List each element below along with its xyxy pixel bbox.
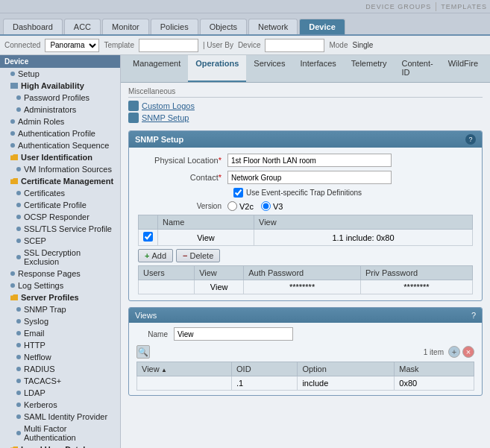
sub-tab-operations[interactable]: Operations: [188, 55, 246, 82]
sub-tab-services[interactable]: Services: [246, 55, 292, 82]
sidebar-item-auth-profile[interactable]: Authentication Profile: [0, 127, 120, 139]
tab-dashboard[interactable]: Dashboard: [3, 19, 63, 34]
dot-icon: [10, 283, 15, 288]
folder-icon: [10, 294, 18, 300]
sidebar-item-http[interactable]: HTTP: [0, 339, 120, 351]
dot-icon: [16, 319, 21, 324]
sidebar-item-scep[interactable]: SCEP: [0, 235, 120, 247]
views-help-icon[interactable]: ?: [471, 311, 476, 320]
sidebar-item-log-settings[interactable]: Log Settings: [0, 280, 120, 291]
sidebar-item-local-user-db[interactable]: Local User Database: [0, 444, 120, 448]
sidebar-item-ssl-decryption[interactable]: SSL Decryption Exclusion: [0, 247, 120, 268]
snmp-setup-link[interactable]: SNMP Setup: [128, 113, 483, 123]
sidebar-item-kerberos[interactable]: Kerberos: [0, 399, 120, 411]
table-row: .1 include 0x80: [137, 376, 474, 391]
sub-tab-management[interactable]: Management: [125, 55, 188, 82]
mode-label: Mode: [329, 41, 348, 49]
add-button[interactable]: + Add: [138, 249, 173, 262]
views-delete-button[interactable]: ×: [462, 346, 474, 358]
version-v2c-radio[interactable]: [227, 201, 237, 211]
sidebar-item-label: SCEP: [24, 236, 46, 245]
sub-tab-interfaces[interactable]: Interfaces: [292, 55, 343, 82]
sidebar-item-certificate-management[interactable]: Certificate Management: [0, 175, 120, 187]
device-input[interactable]: [265, 39, 324, 52]
sidebar-item-setup[interactable]: Setup: [0, 68, 120, 80]
sidebar-item-vm-info-sources[interactable]: VM Information Sources: [0, 163, 120, 175]
sidebar-item-syslog[interactable]: Syslog: [0, 315, 120, 327]
sidebar-item-ldap[interactable]: LDAP: [0, 387, 120, 399]
sidebar-item-label: Email: [24, 329, 45, 338]
sub-tab-telemetry[interactable]: Telemetry: [344, 55, 395, 82]
sidebar-item-high-availability[interactable]: High Availability: [0, 80, 120, 92]
version-v3-radio[interactable]: [261, 201, 271, 211]
sub-tab-session[interactable]: Session: [486, 55, 490, 82]
sidebar-item-label: Setup: [18, 69, 40, 78]
th-priv-password: Priv Password: [360, 266, 472, 280]
dot-icon: [16, 255, 21, 259]
mode-value: Single: [352, 41, 373, 49]
sidebar-item-radius[interactable]: RADIUS: [0, 363, 120, 375]
sidebar-item-label: SSL/TLS Service Profile: [24, 224, 112, 233]
dot-icon: [16, 355, 21, 359]
templates-label: TEMPLATES: [441, 3, 487, 10]
sidebar-item-ssl-tls[interactable]: SSL/TLS Service Profile: [0, 223, 120, 235]
delete-button[interactable]: − Delete: [176, 249, 220, 262]
folder-icon: [10, 154, 18, 160]
sidebar-item-certificate-profile[interactable]: Certificate Profile: [0, 199, 120, 211]
table-row: View 1.1 include: 0x80: [139, 230, 473, 246]
nav-tabs: Dashboard ACC Monitor Policies Objects N…: [0, 13, 490, 36]
misc-section: Miscellaneous Custom Logos SNMP Setup: [121, 83, 490, 127]
tab-acc[interactable]: ACC: [64, 19, 101, 34]
use-event-checkbox[interactable]: [233, 188, 243, 198]
sidebar-item-snmp-trap[interactable]: SNMP Trap: [0, 303, 120, 315]
views-add-button[interactable]: +: [448, 346, 460, 358]
snmp-help-icon[interactable]: ?: [465, 134, 476, 145]
template-input[interactable]: [139, 39, 198, 52]
dot-icon: [16, 107, 21, 112]
version-v3-label[interactable]: V3: [261, 201, 283, 211]
sidebar-item-certificates[interactable]: Certificates: [0, 187, 120, 199]
sidebar-item-password-profiles[interactable]: Password Profiles: [0, 92, 120, 104]
user-by-label: | User By: [203, 41, 233, 49]
sidebar-item-ocsp-responder[interactable]: OCSP Responder: [0, 211, 120, 223]
version-v2c-label[interactable]: V2c: [227, 201, 254, 211]
sub-tab-wildfire[interactable]: WildFire: [441, 55, 486, 82]
physical-location-input[interactable]: [227, 154, 392, 167]
views-toolbar-right: + ×: [448, 346, 474, 358]
sidebar-item-administrators[interactable]: Administrators: [0, 104, 120, 116]
sidebar-item-mfa[interactable]: Multi Factor Authentication: [0, 423, 120, 444]
row-checkbox[interactable]: [143, 232, 153, 242]
device-groups-section: DEVICE GROUPS: [365, 3, 431, 10]
contact-input[interactable]: [227, 171, 392, 184]
dot-icon: [16, 431, 21, 435]
search-button[interactable]: 🔍: [136, 345, 150, 359]
tab-objects[interactable]: Objects: [200, 19, 247, 34]
add-label: Add: [151, 251, 166, 260]
tab-monitor[interactable]: Monitor: [102, 19, 149, 34]
sub-tab-content-id[interactable]: Content-ID: [394, 55, 440, 82]
context-bar: Connected Panorama Template | User By De…: [0, 36, 490, 55]
sidebar-item-user-identification[interactable]: User Identification: [0, 151, 120, 163]
sidebar-item-response-pages[interactable]: Response Pages: [0, 268, 120, 280]
panorama-select[interactable]: Panorama: [45, 39, 99, 52]
sidebar-item-label: Administrators: [24, 105, 76, 114]
custom-logos-link[interactable]: Custom Logos: [128, 101, 483, 111]
sidebar-item-auth-sequence[interactable]: Authentication Sequence: [0, 139, 120, 151]
folder-icon: [10, 178, 18, 184]
sidebar-item-netflow[interactable]: Netflow: [0, 351, 120, 363]
tab-device[interactable]: Device: [299, 19, 345, 34]
sidebar-item-admin-roles[interactable]: Admin Roles: [0, 116, 120, 127]
contact-row: Contact*: [138, 171, 473, 184]
users-cell: [139, 280, 195, 294]
sidebar-item-email[interactable]: Email: [0, 327, 120, 339]
sidebar-item-label: Kerberos: [24, 400, 57, 409]
th-view-sortable[interactable]: View: [137, 362, 232, 376]
device-label: Device: [238, 41, 261, 49]
tab-policies[interactable]: Policies: [151, 19, 198, 34]
view-col-cell: [137, 376, 232, 391]
views-name-input[interactable]: [174, 327, 293, 341]
sidebar-item-saml-idp[interactable]: SAML Identity Provider: [0, 411, 120, 423]
sidebar-item-server-profiles[interactable]: Server Profiles: [0, 291, 120, 303]
sidebar-item-tacacs[interactable]: TACACS+: [0, 375, 120, 387]
tab-network[interactable]: Network: [248, 19, 298, 34]
